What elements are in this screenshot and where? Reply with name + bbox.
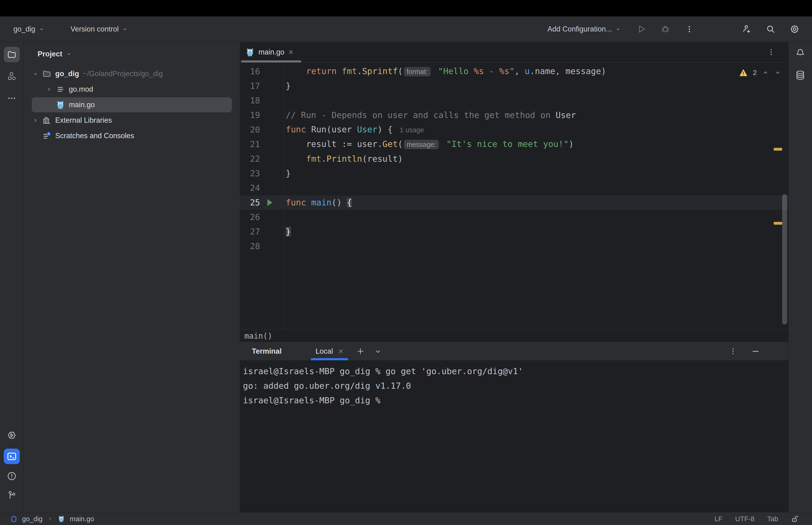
line-number: 28 <box>250 239 260 254</box>
gutter: 28 <box>240 239 284 254</box>
code-line-27[interactable]: 27} <box>240 224 788 239</box>
code-with-me-icon[interactable] <box>741 24 752 34</box>
line-separator-widget[interactable]: LF <box>715 515 722 523</box>
parameter-hint[interactable]: message: <box>404 140 439 149</box>
tree-item-go-dig[interactable]: go_dig~/GolandProjects/go_dig <box>24 66 240 81</box>
search-everywhere-icon[interactable] <box>765 24 776 34</box>
code-line-26[interactable]: 26 <box>240 210 788 224</box>
project-selector-label: go_dig <box>13 25 35 33</box>
chevron-down-icon[interactable] <box>66 51 72 57</box>
project-selector[interactable]: go_dig <box>13 25 45 33</box>
vcs-widget-label: Version control <box>71 25 119 33</box>
more-tool-windows-icon[interactable] <box>4 90 20 106</box>
code-text: } <box>284 224 291 239</box>
project-tool-button[interactable] <box>4 47 20 62</box>
code-text: } <box>284 166 291 181</box>
line-number: 24 <box>250 181 260 195</box>
warning-stripe-mark[interactable] <box>774 222 782 225</box>
code-line-25[interactable]: 25func main() { <box>240 195 788 210</box>
warning-stripe-mark[interactable] <box>774 148 782 151</box>
editor-tab-main-go[interactable]: main.go ✕ <box>240 42 300 62</box>
gutter: 21 <box>240 137 284 152</box>
macos-menu-strip <box>0 0 812 16</box>
line-number: 23 <box>250 166 260 181</box>
code-line-23[interactable]: 23} <box>240 166 788 181</box>
library-icon <box>42 115 52 125</box>
code-line-16[interactable]: 16 return fmt.Sprintf(format: "Hello %s … <box>240 64 788 79</box>
code-line-28[interactable]: 28 <box>240 239 788 254</box>
tree-item-label: go_dig <box>55 70 79 78</box>
code-text: result := user.Get(message: "It's nice t… <box>284 137 574 152</box>
encoding-widget[interactable]: UTF-8 <box>735 515 754 523</box>
terminal-tool-button[interactable] <box>4 449 20 464</box>
project-panel: Project go_dig~/GolandProjects/go_diggo.… <box>24 42 240 512</box>
statusbar-breadcrumb-project[interactable]: go_dig <box>22 515 43 523</box>
debug-button[interactable] <box>660 24 671 34</box>
hide-panel-minimize-icon[interactable] <box>751 347 760 356</box>
close-icon[interactable]: ✕ <box>338 348 343 355</box>
terminal-title: Terminal <box>252 347 282 356</box>
run-button[interactable] <box>636 24 647 34</box>
tree-item-external-libraries[interactable]: External Libraries <box>24 112 240 128</box>
project-widget-icon[interactable] <box>10 515 17 522</box>
terminal-output[interactable]: israel@Israels-MBP go_dig % go get 'go.u… <box>240 360 788 408</box>
active-tab-underline <box>241 60 301 62</box>
indent-widget[interactable]: Tab <box>767 515 778 523</box>
structure-tool-button[interactable] <box>4 69 20 84</box>
code-editor-area[interactable]: 16 return fmt.Sprintf(format: "Hello %s … <box>240 62 788 329</box>
code-text: func Run(user User) {1 usage <box>284 122 424 137</box>
terminal-line: go: added go.uber.org/dig v1.17.0 <box>243 379 788 393</box>
chevron-right-icon[interactable] <box>31 116 40 125</box>
code-line-24[interactable]: 24 <box>240 181 788 195</box>
breadcrumb-function[interactable]: main() <box>244 331 272 341</box>
editor-options-kebab-icon[interactable] <box>767 48 775 56</box>
code-line-17[interactable]: 17} <box>240 79 788 93</box>
prev-problem-chevron-up-icon[interactable] <box>762 69 769 76</box>
new-terminal-plus-icon[interactable] <box>354 345 367 358</box>
tree-item-label: go.mod <box>69 85 93 93</box>
vcs-widget[interactable]: Version control <box>71 25 128 33</box>
editor: main.go ✕ 16 return fmt.Sprintf(format: … <box>240 42 788 342</box>
git-tool-button[interactable] <box>4 487 20 503</box>
run-configuration-selector[interactable]: Add Configuration... <box>548 25 621 33</box>
problems-tool-button[interactable] <box>4 468 20 484</box>
editor-tab-bar: main.go ✕ <box>240 42 788 62</box>
terminal-line: israel@Israels-MBP go_dig % go get 'go.u… <box>243 364 788 379</box>
statusbar-breadcrumb-file[interactable]: main.go <box>70 515 94 523</box>
editor-scrollbar[interactable] <box>782 194 787 325</box>
parameter-hint[interactable]: format: <box>404 67 431 76</box>
inspections-widget[interactable]: 2 <box>739 69 781 77</box>
chevron-right-icon[interactable] <box>44 85 54 94</box>
services-tool-button[interactable] <box>4 427 20 443</box>
project-tree: go_dig~/GolandProjects/go_diggo.modmain.… <box>24 66 240 144</box>
code-line-22[interactable]: 22 fmt.Println(result) <box>240 152 788 166</box>
terminal-tab-local[interactable]: Local ✕ <box>309 342 350 360</box>
close-icon[interactable]: ✕ <box>288 48 293 56</box>
terminal-dropdown-chevron-icon[interactable] <box>371 345 384 358</box>
gutter: 16 <box>240 64 284 79</box>
gutter: 20 <box>240 122 284 137</box>
usage-hint[interactable]: 1 usage <box>400 126 424 134</box>
tree-item-go-mod[interactable]: go.mod <box>24 81 240 97</box>
gutter: 26 <box>240 210 284 224</box>
run-line-icon[interactable] <box>266 198 273 207</box>
run-configuration-label: Add Configuration... <box>548 25 612 33</box>
next-problem-chevron-down-icon[interactable] <box>774 69 781 76</box>
tree-item-scratches-and-consoles[interactable]: Scratches and Consoles <box>24 128 240 144</box>
unlocked-padlock-icon[interactable] <box>791 515 799 523</box>
more-actions-kebab-icon[interactable] <box>684 24 694 34</box>
terminal-options-kebab-icon[interactable] <box>729 347 737 355</box>
line-number: 19 <box>250 108 260 122</box>
gutter: 27 <box>240 224 284 239</box>
terminal-line: israel@Israels-MBP go_dig % <box>243 393 788 408</box>
tree-item-main-go[interactable]: main.go <box>24 97 240 112</box>
notifications-bell-icon[interactable] <box>792 45 808 61</box>
code-text: fmt.Println(result) <box>284 152 403 166</box>
code-line-19[interactable]: 19// Run - Depends on user and calls the… <box>240 108 788 122</box>
chevron-down-icon[interactable] <box>31 69 40 78</box>
database-tool-button[interactable] <box>792 68 808 83</box>
code-line-18[interactable]: 18 <box>240 93 788 108</box>
settings-gear-icon[interactable] <box>790 24 800 34</box>
code-line-21[interactable]: 21 result := user.Get(message: "It's nic… <box>240 137 788 152</box>
code-line-20[interactable]: 20func Run(user User) {1 usage <box>240 122 788 137</box>
